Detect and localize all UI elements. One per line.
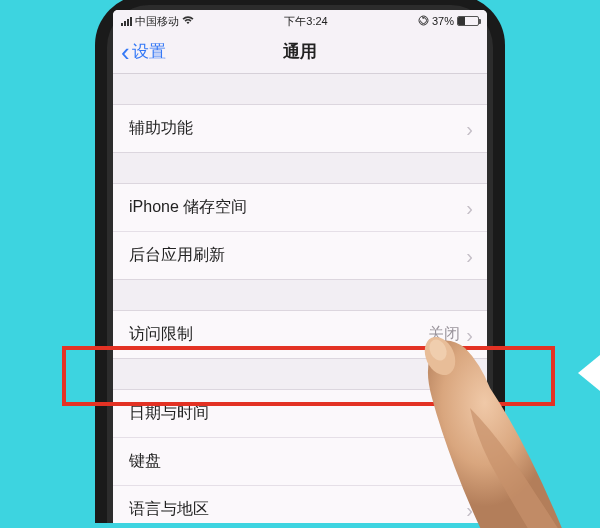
- row-date-time[interactable]: 日期与时间 ›: [113, 390, 487, 438]
- settings-group: 访问限制 关闭 ›: [113, 310, 487, 359]
- battery-icon: [457, 16, 479, 26]
- clock-label: 下午3:24: [284, 14, 327, 29]
- settings-group: 辅助功能 ›: [113, 104, 487, 153]
- screen: 中国移动 下午3:24 37% ‹ 设置: [113, 10, 487, 523]
- row-keyboard[interactable]: 键盘 ›: [113, 438, 487, 486]
- chevron-right-icon: ›: [466, 500, 473, 520]
- row-label: 访问限制: [129, 324, 193, 345]
- row-background-app-refresh[interactable]: 后台应用刷新 ›: [113, 232, 487, 279]
- wifi-icon: [182, 16, 194, 27]
- status-left: 中国移动: [121, 14, 194, 29]
- battery-percent-label: 37%: [432, 15, 454, 27]
- back-label: 设置: [132, 40, 166, 63]
- chevron-right-icon: ›: [466, 119, 473, 139]
- row-label: iPhone 储存空间: [129, 197, 247, 218]
- phone-frame: 中国移动 下午3:24 37% ‹ 设置: [95, 0, 505, 523]
- back-button[interactable]: ‹ 设置: [121, 39, 166, 65]
- carrier-label: 中国移动: [135, 14, 179, 29]
- chevron-right-icon: ›: [466, 452, 473, 472]
- rotation-lock-icon: [418, 15, 429, 28]
- chevron-left-icon: ‹: [121, 39, 130, 65]
- phone-bezel: 中国移动 下午3:24 37% ‹ 设置: [107, 5, 493, 523]
- status-bar: 中国移动 下午3:24 37%: [113, 10, 487, 30]
- settings-list[interactable]: 辅助功能 › iPhone 储存空间 › 后台应用刷新 ›: [113, 74, 487, 523]
- row-label: 键盘: [129, 451, 161, 472]
- row-language-region[interactable]: 语言与地区 ›: [113, 486, 487, 523]
- row-restrictions[interactable]: 访问限制 关闭 ›: [113, 311, 487, 358]
- row-value: 关闭: [428, 324, 460, 345]
- nav-bar: ‹ 设置 通用: [113, 30, 487, 74]
- signal-icon: [121, 17, 132, 26]
- settings-group: iPhone 储存空间 › 后台应用刷新 ›: [113, 183, 487, 280]
- settings-group: 日期与时间 › 键盘 › 语言与地区 › 词典 ›: [113, 389, 487, 523]
- chevron-right-icon: ›: [466, 246, 473, 266]
- row-label: 后台应用刷新: [129, 245, 225, 266]
- row-iphone-storage[interactable]: iPhone 储存空间 ›: [113, 184, 487, 232]
- page-title: 通用: [283, 40, 317, 63]
- status-right: 37%: [418, 15, 479, 28]
- chevron-right-icon: ›: [466, 198, 473, 218]
- play-overlay-icon: [578, 355, 600, 391]
- row-label: 日期与时间: [129, 403, 209, 424]
- row-right: 关闭 ›: [428, 324, 473, 345]
- row-accessibility[interactable]: 辅助功能 ›: [113, 105, 487, 152]
- row-label: 辅助功能: [129, 118, 193, 139]
- row-label: 语言与地区: [129, 499, 209, 520]
- chevron-right-icon: ›: [466, 404, 473, 424]
- chevron-right-icon: ›: [466, 325, 473, 345]
